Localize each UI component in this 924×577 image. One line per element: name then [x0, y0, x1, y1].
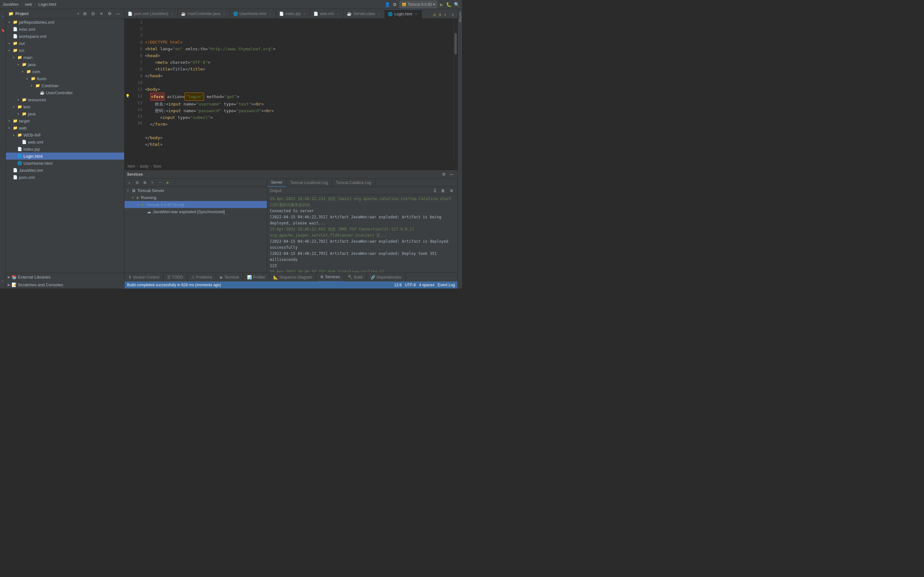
tree-item[interactable]: ▾📁java [6, 110, 124, 117]
tab-close-btn[interactable]: × [336, 11, 340, 16]
profile-icon[interactable]: 👤 [384, 2, 390, 7]
bookmark-icon[interactable]: 🔖 [0, 24, 5, 37]
tree-item[interactable]: 🌐Login.html [6, 153, 124, 160]
event-log[interactable]: Event Log [438, 283, 455, 287]
tree-item[interactable]: ▾📁main [6, 54, 124, 61]
expand-all-btn[interactable]: ⊞ [81, 10, 88, 17]
tree-item[interactable]: ▾📁Contrloer [6, 82, 124, 89]
editor-tab[interactable]: ☕Servlet.class× [344, 9, 384, 18]
search-icon[interactable]: 🔍 [454, 2, 459, 7]
bottom-tab-problems[interactable]: ⚠Problems [187, 273, 216, 282]
chevron-up[interactable]: ∧ [441, 11, 449, 18]
more-btn[interactable]: ⋯ [157, 179, 164, 186]
run-icon[interactable]: ▶ [440, 2, 443, 7]
chevron-down[interactable]: ∨ [449, 11, 456, 18]
output-tab[interactable]: Tomcat Localhost Log [286, 179, 332, 187]
collapse-all-btn[interactable]: ⊟ [89, 10, 97, 17]
bottom-tab-dependencies[interactable]: 🔗Dependencies [367, 273, 405, 282]
scroll-thumb[interactable] [454, 33, 457, 55]
service-tree-item[interactable]: ▾▶Tomcat 9.0.60 [local] [124, 201, 267, 208]
tree-item[interactable]: ▾📁resources [6, 96, 124, 103]
debug-icon[interactable]: 🐛 [446, 2, 451, 7]
scroll-to-end-btn[interactable]: ⇩ [431, 187, 438, 194]
scratches-consoles-item[interactable]: ▶ 📝 Scratches and Consoles [6, 281, 124, 288]
tab-close-btn[interactable]: × [222, 11, 226, 16]
clear-output-btn[interactable]: 🗑 [439, 187, 447, 194]
tree-item[interactable]: ▾📁liuxin [6, 75, 124, 82]
tree-item[interactable]: ▾📁src [6, 47, 124, 54]
code-line: <title>Title</title> [144, 66, 454, 73]
editor-tab[interactable]: 🌐Login.html× [384, 9, 422, 18]
editor-tab[interactable]: ☕UserController.java× [178, 9, 230, 18]
tree-item[interactable]: 📄web.xml [6, 139, 124, 145]
tree-item[interactable]: 🌐UserHome.html [6, 160, 124, 167]
external-libraries-item[interactable]: ▶ 📚 External Libraries [6, 273, 124, 281]
editor-tab[interactable]: 🌐UserHome.html× [230, 9, 276, 18]
gear-btn[interactable]: ⚙ [106, 10, 113, 17]
encoding[interactable]: UTF-8 [405, 283, 416, 287]
dropdown-caret[interactable]: ▾ [78, 11, 79, 16]
group-btn[interactable]: ⊞ [141, 179, 148, 186]
tab-close-btn[interactable]: × [414, 12, 418, 16]
tree-item[interactable]: ▾📁com [6, 68, 124, 75]
run-all-btn[interactable]: ▶ [164, 179, 171, 186]
editor-tab[interactable]: 📄pom.xml (JavaWen)× [124, 9, 178, 18]
bottom-tab-todo[interactable]: ☰TODO [163, 273, 187, 282]
tree-item[interactable]: ▾📁out [6, 40, 124, 47]
editor-scrollbar[interactable] [454, 19, 457, 162]
editor-tab[interactable]: 📄web.xml× [310, 9, 344, 18]
warning-count: 3 [439, 13, 441, 17]
bottom-tab-services[interactable]: ⚙Services [317, 273, 344, 282]
service-tree-item[interactable]: ☁JavaWen:war exploded [Synchronized] [124, 208, 267, 215]
bottom-tab-build[interactable]: 🔨Build [344, 273, 367, 282]
collapse-svc-btn[interactable]: ⊟ [134, 179, 141, 186]
tree-item[interactable]: 📄pom.xml [6, 174, 124, 181]
structure-icon[interactable]: ≡ [0, 274, 5, 287]
tree-item-label: workspace.xml [19, 34, 47, 39]
services-title: Services [127, 172, 438, 177]
output-tab[interactable]: Server [267, 179, 286, 187]
service-tree-item[interactable]: ▾🖥Tomcat Server [124, 187, 267, 194]
server-dropdown[interactable]: 🐱 Tomcat 9.0.60 ▾ [399, 1, 437, 8]
service-tree-item[interactable]: ▾▶Running [124, 194, 267, 201]
bottom-tab-sequence-diagram[interactable]: 📐Sequence Diagram [270, 273, 317, 282]
bottom-tab-terminal[interactable]: ▶Terminal [216, 273, 243, 282]
tree-item[interactable]: 📄misc.xml [6, 26, 124, 33]
code-editor[interactable]: <!DOCTYPE html><html lang="en" xmlns:th=… [144, 19, 454, 162]
add-service-btn[interactable]: + [126, 179, 133, 186]
tree-item[interactable]: 📄JavaWen.iml [6, 167, 124, 174]
tree-item-label: WEB-INF [23, 133, 41, 137]
tree-item[interactable]: ▾📁test [6, 103, 124, 110]
tree-item[interactable]: ☕UserController [6, 89, 124, 96]
tab-close-btn[interactable]: × [376, 11, 381, 16]
sort-btn[interactable]: ≡ [98, 10, 105, 17]
bottom-tab-version-control[interactable]: ⬆Version Control [124, 273, 163, 282]
tree-item[interactable]: ▾📁jarRepositories.xml [6, 19, 124, 26]
editor-tab[interactable]: 📄index.jsp× [276, 9, 310, 18]
tree-item[interactable]: ▾📁WEB-INF [6, 131, 124, 139]
token: head [150, 73, 160, 79]
indent[interactable]: 4 spaces [419, 283, 435, 287]
project-icon[interactable]: P [0, 10, 5, 23]
tree-item[interactable]: ▾📁java [6, 61, 124, 68]
filter-btn[interactable]: ▿ [149, 179, 156, 186]
tab-close-btn[interactable]: × [268, 11, 272, 16]
tree-item[interactable]: ▾📁web [6, 124, 124, 131]
maven-label[interactable]: Maven [458, 11, 462, 22]
warning-icon[interactable]: ⚠ [431, 11, 438, 18]
tab-close-btn[interactable]: × [170, 11, 174, 16]
output-settings-btn[interactable]: ⚙ [448, 187, 455, 194]
tree-item[interactable]: 📄index.jsp [6, 145, 124, 153]
code-line: </body> [144, 134, 454, 141]
bottom-tab-profiler[interactable]: 📊Profiler [243, 273, 270, 282]
services-close-icon[interactable]: — [448, 171, 455, 178]
tree-item-label: out [19, 41, 25, 46]
minimize-btn[interactable]: — [115, 10, 121, 17]
services-settings-icon[interactable]: ⚙ [440, 171, 447, 178]
line-col[interactable]: 12:8 [394, 283, 402, 287]
tab-close-btn[interactable]: × [302, 11, 307, 16]
tree-item[interactable]: ▾📁target [6, 117, 124, 124]
settings-icon[interactable]: ⚙ [393, 2, 397, 7]
output-tab[interactable]: Tomcat Catalina Log [332, 179, 375, 187]
tree-item[interactable]: 📄workspace.xml [6, 33, 124, 40]
